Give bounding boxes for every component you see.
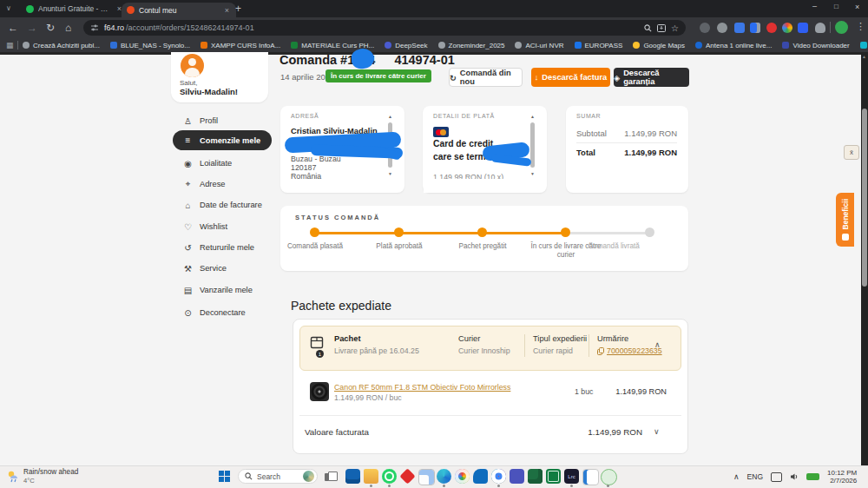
product-quantity: 1 buc <box>575 387 594 396</box>
word-document-icon[interactable] <box>582 469 599 485</box>
lightroom-classic-icon[interactable]: Lrc <box>564 469 579 484</box>
sidebar-item-loialitate[interactable]: ◉Loialitate <box>173 156 272 170</box>
reorder-button[interactable]: ↻Comandă din nou <box>449 68 523 87</box>
tab-anunturi[interactable]: Anunturi Gratuite - Peste 4 mil × <box>21 0 128 17</box>
greeting-hello: Salut, <box>180 79 197 87</box>
tab-close-icon[interactable]: × <box>223 6 231 15</box>
chevron-up-icon[interactable]: ∧ <box>654 340 661 349</box>
address-bar[interactable]: f64.ro /account#/orders/1524862414974-01… <box>83 20 686 36</box>
card-scroll-down-icon[interactable]: ▼ <box>530 171 535 176</box>
sidebar-item-service[interactable]: ⚒Service <box>173 261 272 275</box>
courier-value: Curier Innoship <box>458 346 510 355</box>
reload-icon[interactable]: ↻ <box>46 17 55 38</box>
sidebar-item-adrese[interactable]: ⌖Adrese <box>173 177 272 191</box>
ext-lightbulb-icon[interactable] <box>717 23 727 33</box>
download-warranty-button[interactable]: ◈Descarcă garanția <box>614 68 689 87</box>
download-invoice-button[interactable]: ↓Descarcă factura <box>531 68 610 87</box>
sidebar-item-date-facturare[interactable]: ⌂Date de facturare <box>173 198 272 212</box>
microsoft-store-icon[interactable] <box>345 469 360 484</box>
sidebar-item-deconectare[interactable]: ⊙Deconectare <box>173 306 272 320</box>
scrollbar-up-icon[interactable]: ▲ <box>862 54 866 59</box>
page-scrollbar-thumb[interactable] <box>862 109 867 287</box>
back-icon[interactable]: ← <box>8 17 18 38</box>
bookmark-favicon <box>633 42 640 49</box>
photos-icon[interactable] <box>455 469 470 484</box>
forward-icon[interactable]: → <box>27 17 37 38</box>
speaker-icon[interactable] <box>790 472 799 481</box>
google-translate-icon[interactable]: x̄ <box>844 145 859 160</box>
weather-text[interactable]: Rain/snow ahead <box>23 468 78 476</box>
sharepoint-green-icon[interactable] <box>546 469 561 484</box>
ext-binoculars-icon[interactable] <box>700 23 710 33</box>
bookmark-item[interactable]: TL-SG105E <box>860 42 868 49</box>
ext-red-icon[interactable] <box>766 23 777 33</box>
sidebar-item-wishlist[interactable]: ♡Wishlist <box>173 220 272 234</box>
profile-avatar[interactable] <box>835 21 848 34</box>
status-step-label: Comandă livrată <box>577 242 650 251</box>
bookmark-item[interactable]: BLUE_NAS - Synolo... <box>110 42 190 49</box>
bookmark-item[interactable]: DeepSeek <box>385 42 427 49</box>
google-chrome-icon[interactable] <box>491 469 506 484</box>
running-indicator <box>497 485 500 487</box>
bookmark-item[interactable]: XAMPP CURS InfoA... <box>201 42 280 49</box>
card-scroll-up-icon[interactable]: ▲ <box>530 114 535 119</box>
weather-icon[interactable] <box>7 469 21 483</box>
tab-search-icon[interactable]: ∨ <box>6 4 11 12</box>
site-settings-icon[interactable] <box>90 23 99 32</box>
building-icon: ⌂ <box>183 201 193 210</box>
beneficii-tab[interactable]: Beneficii <box>836 193 854 247</box>
ext-multicolor-icon[interactable] <box>782 23 792 33</box>
card-scroll-up-icon[interactable]: ▲ <box>388 114 392 119</box>
bookmark-item[interactable]: Zoneminder_2025 <box>438 42 505 49</box>
search-input[interactable]: Search <box>238 469 318 484</box>
screen-cast-icon[interactable] <box>771 472 782 482</box>
start-button[interactable] <box>219 471 230 482</box>
address-line: 120187 <box>291 163 316 172</box>
invoice-value: 1.149,99 RON <box>556 427 642 437</box>
sidebar-item-comenzile-mele[interactable]: ≡Comenzile mele <box>173 130 272 150</box>
bookmark-item[interactable]: Google Maps <box>633 42 685 49</box>
install-app-icon[interactable] <box>657 24 666 32</box>
chevron-down-icon[interactable]: ∨ <box>654 427 660 436</box>
language-indicator[interactable]: ENG <box>747 472 763 481</box>
file-explorer-icon[interactable] <box>364 469 378 484</box>
window-close-button[interactable]: × <box>855 3 859 11</box>
task-view-icon[interactable] <box>325 472 336 481</box>
product-thumbnail[interactable] <box>310 382 329 401</box>
bookmark-item[interactable]: ACI-uri NVR <box>515 42 563 49</box>
zoom-icon[interactable] <box>644 24 652 32</box>
ext-two-tone-icon[interactable] <box>750 23 760 33</box>
sidebar-item-retururi[interactable]: ↺Retururile mele <box>173 241 272 254</box>
bookmark-item[interactable]: EUROPASS <box>575 42 623 49</box>
tray-chevron-up-icon[interactable]: ∧ <box>733 472 740 481</box>
bookmark-item[interactable]: Antena 1 online live... <box>695 42 773 49</box>
snipping-tool-icon[interactable] <box>418 469 435 485</box>
menu-kebab-icon[interactable]: ⋮ <box>856 21 865 32</box>
copy-icon[interactable] <box>597 347 604 355</box>
sidebar-item-profil[interactable]: ♙Profil <box>173 114 272 128</box>
microsoft-teams-icon[interactable] <box>510 469 524 484</box>
whatsapp-icon[interactable] <box>382 469 397 484</box>
new-tab-button[interactable]: + <box>235 3 241 15</box>
bookmark-item[interactable]: Crează Achiziti publ... <box>23 42 100 49</box>
card-scroll-down-icon[interactable]: ▼ <box>388 171 392 176</box>
green-utility-icon[interactable] <box>601 469 617 485</box>
ext-blue-arrow-icon[interactable] <box>798 23 808 33</box>
excel-icon[interactable] <box>528 469 542 484</box>
window-minimize-button[interactable]: – <box>812 2 817 10</box>
ext-blue-square-icon[interactable] <box>734 23 745 33</box>
bookmark-star-icon[interactable]: ☆ <box>671 23 679 33</box>
bookmark-item[interactable]: Video Downloader <box>782 42 849 49</box>
battery-icon[interactable] <box>806 473 819 480</box>
window-maximize-button[interactable]: □ <box>834 3 838 10</box>
product-link[interactable]: Canon RF 50mm F1.8 STM Obiectiv Foto Mir… <box>334 383 510 392</box>
tab-contul-meu[interactable]: Contul meu × <box>122 3 236 17</box>
outlook-icon[interactable] <box>473 469 488 484</box>
weather-temp[interactable]: 4°C <box>23 477 35 485</box>
apps-grid-icon[interactable]: ▦ <box>6 41 14 49</box>
clock[interactable]: 10:12 PM 2/7/2026 <box>827 469 857 485</box>
microsoft-edge-icon[interactable] <box>437 469 451 484</box>
extensions-puzzle-icon[interactable] <box>815 23 825 33</box>
sidebar-item-vanzari[interactable]: ▤Vanzarile mele <box>173 283 272 297</box>
home-icon[interactable]: ⌂ <box>65 17 71 38</box>
